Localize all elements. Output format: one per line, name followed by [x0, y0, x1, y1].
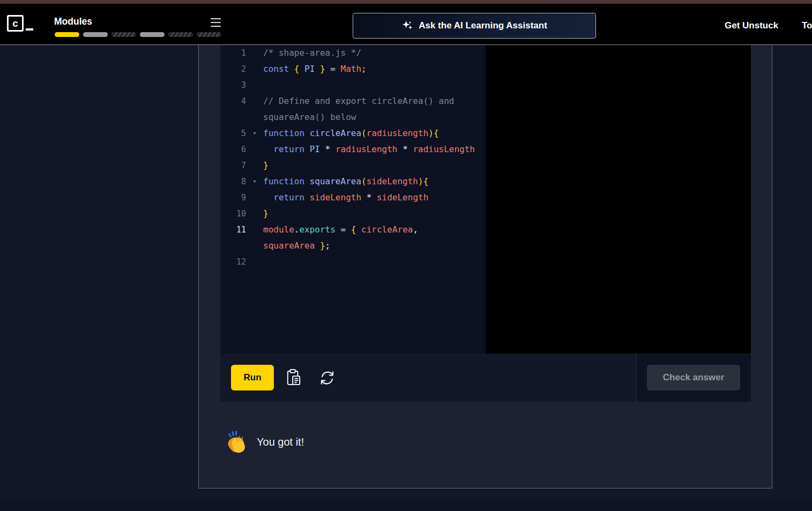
progress-pill[interactable] — [140, 32, 165, 37]
logo-letter: c — [12, 18, 18, 29]
code-text: squareArea() below — [263, 109, 486, 125]
ai-button-label: Ask the AI Learning Assistant — [419, 20, 547, 31]
reset-code-button[interactable] — [316, 366, 338, 389]
code-line[interactable]: 10} — [220, 206, 486, 222]
workspace: 1/* shape-area.js */2const { PI } = Math… — [220, 45, 751, 354]
code-text: squareArea }; — [263, 238, 486, 254]
fold-spacer — [246, 93, 263, 109]
fold-spacer — [246, 141, 263, 157]
line-number: 12 — [220, 254, 246, 270]
progress-pill[interactable] — [55, 32, 79, 37]
fold-spacer — [246, 206, 263, 222]
top-navbar: c Modules Ask the AI Learning Assistant … — [0, 4, 812, 45]
line-number: 9 — [220, 190, 246, 206]
line-number: 11 — [220, 222, 246, 238]
sparkles-icon — [401, 20, 413, 32]
check-answer-button[interactable]: Check answer — [647, 365, 740, 390]
code-line[interactable]: 9 return sideLength * sideLength — [220, 190, 486, 206]
code-text: module.exports = { circleArea, — [263, 222, 486, 238]
progress-pill[interactable] — [168, 32, 193, 37]
line-number: 10 — [220, 206, 246, 222]
code-line[interactable]: squareArea() below — [220, 109, 486, 125]
toolbar-right-section: Check answer — [637, 354, 751, 402]
code-line[interactable]: 12 — [220, 254, 486, 270]
result-section: You got it! — [220, 402, 751, 489]
code-editor[interactable]: 1/* shape-area.js */2const { PI } = Math… — [220, 45, 486, 354]
logo-underscore — [26, 28, 33, 31]
get-unstuck-link[interactable]: Get Unstuck — [725, 20, 778, 31]
code-text: const { PI } = Math; — [263, 61, 486, 77]
fold-spacer — [246, 157, 263, 174]
code-text — [263, 254, 486, 270]
codecademy-logo[interactable]: c — [7, 15, 24, 32]
fold-spacer — [246, 254, 263, 270]
toolbar-left-section: Run — [220, 354, 636, 402]
fold-spacer — [246, 109, 263, 125]
code-text: } — [263, 206, 486, 222]
line-number: 4 — [220, 93, 246, 109]
hamburger-menu-icon[interactable] — [211, 18, 221, 27]
clap-emoji — [226, 430, 249, 455]
line-number: 5 — [220, 125, 246, 141]
output-terminal[interactable] — [486, 45, 751, 354]
code-text: function squareArea(sideLength){ — [263, 174, 486, 190]
ai-assistant-button[interactable]: Ask the AI Learning Assistant — [353, 13, 596, 39]
code-lines: 1/* shape-area.js */2const { PI } = Math… — [220, 45, 486, 270]
code-text: return sideLength * sideLength — [263, 190, 486, 206]
code-line[interactable]: 1/* shape-area.js */ — [220, 45, 486, 61]
code-line[interactable]: 5▾function circleArea(radiusLength){ — [220, 125, 486, 141]
reset-refresh-icon — [319, 370, 336, 386]
editor-toolbar: Run — [220, 354, 751, 402]
bottom-strip — [0, 500, 812, 511]
line-number: 1 — [220, 45, 246, 61]
fold-chevron-icon[interactable]: ▾ — [246, 125, 263, 141]
code-text: } — [263, 157, 486, 174]
fold-spacer — [246, 222, 263, 238]
code-text — [263, 77, 486, 93]
code-text: /* shape-area.js */ — [263, 45, 486, 61]
copy-code-button[interactable] — [282, 366, 305, 389]
progress-pill[interactable] — [197, 32, 221, 37]
line-number: 2 — [220, 61, 246, 77]
fold-spacer — [246, 61, 263, 77]
success-message: You got it! — [257, 434, 304, 450]
tools-link[interactable]: To — [802, 20, 812, 31]
line-number — [220, 109, 246, 125]
run-button[interactable]: Run — [231, 365, 274, 390]
line-number: 3 — [220, 77, 246, 93]
code-text: function circleArea(radiusLength){ — [263, 125, 486, 141]
line-number: 6 — [220, 141, 246, 157]
code-line[interactable]: 11module.exports = { circleArea, — [220, 222, 486, 238]
code-text: return PI * radiusLength * radiusLength — [263, 141, 486, 157]
code-line[interactable]: 2const { PI } = Math; — [220, 61, 486, 77]
progress-bar — [55, 32, 221, 37]
code-line[interactable]: squareArea }; — [220, 238, 486, 254]
fold-chevron-icon[interactable]: ▾ — [246, 174, 263, 190]
progress-pill[interactable] — [111, 32, 136, 37]
line-number: 7 — [220, 157, 246, 174]
line-number — [220, 238, 246, 254]
codecademy-lesson-page: c Modules Ask the AI Learning Assistant … — [0, 0, 812, 511]
line-number: 8 — [220, 174, 246, 190]
code-line[interactable]: 3 — [220, 77, 486, 93]
code-text: // Define and export circleArea() and — [263, 93, 486, 109]
fold-spacer — [246, 77, 263, 93]
code-line[interactable]: 7} — [220, 157, 486, 174]
modules-title: Modules — [54, 16, 92, 27]
clipboard-copy-icon — [286, 369, 301, 387]
top-accent-strip — [0, 0, 812, 4]
code-line[interactable]: 8▾function squareArea(sideLength){ — [220, 174, 486, 190]
lesson-card: 1/* shape-area.js */2const { PI } = Math… — [198, 45, 772, 489]
code-line[interactable]: 6 return PI * radiusLength * radiusLengt… — [220, 141, 486, 157]
fold-spacer — [246, 190, 263, 206]
progress-pill[interactable] — [83, 32, 108, 37]
fold-spacer — [246, 238, 263, 254]
fold-spacer — [246, 45, 263, 61]
code-line[interactable]: 4// Define and export circleArea() and — [220, 93, 486, 109]
